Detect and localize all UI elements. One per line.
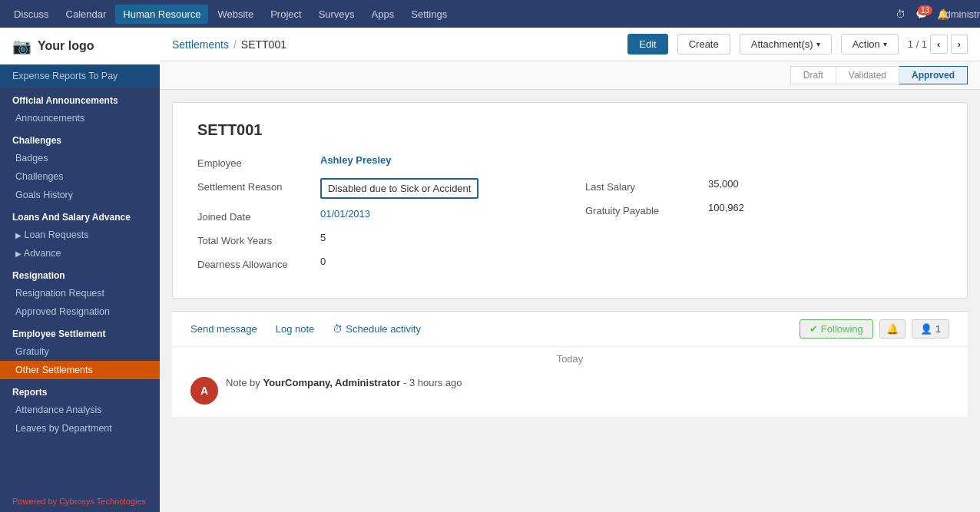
status-draft[interactable]: Draft [790,66,836,84]
toolbar: Settlements / SETT001 Edit Create Attach… [160,28,980,61]
brand-name: Cybrosys Technologies [59,497,146,506]
sidebar-item-gratuity[interactable]: Gratuity [0,342,160,361]
page-navigation: 1 / 1 ‹ › [908,35,968,54]
total-work-years-value: 5 [320,232,326,243]
sidebar-header-loans: Loans And Salary Advance [0,204,160,226]
nav-project[interactable]: Project [263,5,309,24]
logo-text: Your logo [38,39,94,53]
last-salary-label: Last Salary [585,178,708,193]
note-text: Note by YourCompany, Administrator - 3 h… [226,377,462,388]
sidebar-item-loan-requests[interactable]: ▶ Loan Requests [0,226,160,244]
sidebar-item-attendance-analysis[interactable]: Attendance Analysis [0,401,160,419]
following-button[interactable]: ✔ Following [800,319,873,339]
powered-by: Powered by Cybrosys Technologies [0,491,160,512]
attachments-button[interactable]: Attachment(s) ▾ [740,34,832,55]
employee-value[interactable]: Ashley Presley [320,154,392,166]
camera-icon: 📷 [12,37,31,55]
status-bar: Draft Validated Approved [160,61,980,90]
notifications-button[interactable]: 🔔 [879,319,906,339]
joined-date-value: 01/01/2013 [320,208,370,220]
edit-button[interactable]: Edit [627,34,667,55]
today-divider: Today [190,347,949,371]
send-message-button[interactable]: Send message [190,323,257,335]
sidebar-header-employee-settlement: Employee Settlement [0,321,160,342]
page-next-button[interactable]: › [951,35,968,54]
note-time: - 3 hours ago [403,377,462,388]
last-salary-value: 35,000 [708,178,739,190]
nav-calendar[interactable]: Calendar [58,5,114,24]
sidebar-item-resignation-request[interactable]: Resignation Request [0,284,160,302]
sidebar-item-advance[interactable]: ▶ Advance [0,244,160,263]
gratuity-payable-row: Gratuity Payable 100,962 [585,202,942,216]
person-icon: 👤 [920,323,932,335]
breadcrumb-separator: / [233,38,237,51]
sidebar-item-announcements[interactable]: Announcements [0,109,160,127]
nav-human-resource[interactable]: Human Resource [115,5,208,24]
joined-date-label: Joined Date [197,208,320,223]
status-approved[interactable]: Approved [899,66,968,84]
form-col-left: Settlement Reason Disabled due to Sick o… [197,178,555,279]
sidebar-item-goals-history[interactable]: Goals History [0,186,160,204]
clock-icon[interactable]: ⏱ [892,6,908,21]
page-prev-button[interactable]: ‹ [930,35,947,54]
sidebar-item-badges[interactable]: Badges [0,149,160,167]
sidebar-header-resignation: Resignation [0,263,160,284]
employee-row: Employee Ashley Presley [197,154,942,169]
dearness-allowance-value: 0 [320,256,326,267]
sidebar: 📷 Your logo Expense Reports To Pay Offic… [0,28,160,512]
create-button[interactable]: Create [677,34,730,55]
chat-icon-wrapper[interactable]: 💬 13 [915,8,928,20]
today-section: Today A Note by YourCompany, Administrat… [172,346,968,417]
user-avatar[interactable]: Administra... [958,6,974,21]
logo-area: 📷 Your logo [0,28,160,64]
breadcrumb-parent[interactable]: Settlements [172,38,229,51]
checkmark-icon: ✔ [809,323,818,335]
form-title: SETT001 [197,121,942,139]
settlement-reason-value[interactable]: Disabled due to Sick or Accident [320,178,478,199]
form-card: SETT001 Employee Ashley Presley Settleme… [172,102,968,299]
settlement-reason-label: Settlement Reason [197,178,320,193]
message-bar: Send message Log note ⏱ Schedule activit… [172,311,968,346]
toolbar-right: 1 / 1 ‹ › [908,35,968,54]
arrow-icon: ▶ [15,231,22,239]
action-caret: ▾ [883,40,887,48]
followers-button[interactable]: 👤 1 [912,319,949,339]
joined-date-row: Joined Date 01/01/2013 [197,208,555,223]
chat-badge: 13 [918,5,932,15]
settlement-reason-row: Settlement Reason Disabled due to Sick o… [197,178,555,199]
sidebar-header-announcements: Official Announcements [0,88,160,109]
form-container: SETT001 Employee Ashley Presley Settleme… [160,90,980,512]
total-work-years-row: Total Work Years 5 [197,232,555,246]
breadcrumb: Settlements / SETT001 [172,38,618,51]
nav-surveys[interactable]: Surveys [311,5,363,24]
nav-apps[interactable]: Apps [364,5,402,24]
sidebar-item-approved-resignation[interactable]: Approved Resignation [0,302,160,321]
dearness-allowance-row: Dearness Allowance 0 [197,256,555,270]
nav-discuss[interactable]: Discuss [6,5,57,24]
clock-small-icon: ⏱ [333,323,343,335]
arrow-icon: ▶ [15,249,22,258]
nav-settings[interactable]: Settings [403,5,455,24]
page-indicator: 1 / 1 [908,38,927,50]
main-container: 📷 Your logo Expense Reports To Pay Offic… [0,28,980,512]
sidebar-item-leaves-by-department[interactable]: Leaves by Department [0,419,160,438]
status-validated[interactable]: Validated [836,66,899,84]
sidebar-item-challenges[interactable]: Challenges [0,167,160,186]
nav-menu: Discuss Calendar Human Resource Website … [6,5,892,24]
action-button[interactable]: Action ▾ [841,34,899,55]
sidebar-item-other-settlements[interactable]: Other Settlements [0,361,160,379]
nav-website[interactable]: Website [210,5,261,24]
content-area: Settlements / SETT001 Edit Create Attach… [160,28,980,512]
schedule-activity-button[interactable]: ⏱ Schedule activity [333,323,421,335]
nav-right: ⏱ 💬 13 🔔 Administra... [892,6,974,21]
sidebar-item-expense-reports[interactable]: Expense Reports To Pay [0,64,160,88]
total-work-years-label: Total Work Years [197,232,320,246]
log-note-button[interactable]: Log note [276,323,315,335]
sidebar-header-challenges: Challenges [0,127,160,149]
last-salary-row: Last Salary 35,000 [585,178,942,193]
form-col-right: Last Salary 35,000 Gratuity Payable 100,… [585,178,942,279]
form-columns: Settlement Reason Disabled due to Sick o… [197,178,942,279]
avatar: A [190,377,218,405]
gratuity-payable-value: 100,962 [708,202,744,213]
breadcrumb-current: SETT001 [241,38,286,51]
